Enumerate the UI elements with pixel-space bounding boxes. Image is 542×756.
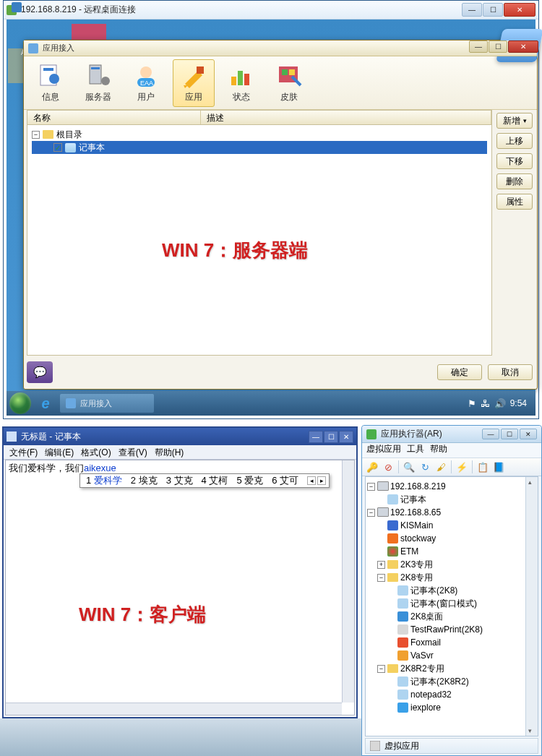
ime-candidate[interactable]: 1 爱科学: [83, 474, 125, 487]
ar-minimize-button[interactable]: —: [482, 429, 499, 439]
menu-view[interactable]: 查看(V): [116, 445, 150, 459]
app-row[interactable]: Foxmail: [367, 636, 536, 649]
ime-candidate-bar[interactable]: 1 爱科学 2 埃克 3 艾克 4 艾柯 5 爱克 6 艾可 ◂ ▸: [79, 473, 330, 488]
collapse-icon[interactable]: −: [377, 665, 385, 673]
tray-network-icon[interactable]: 🖧: [481, 398, 490, 409]
server-icon: [377, 507, 388, 517]
search-icon[interactable]: 🔍: [402, 460, 416, 474]
menu-edit[interactable]: 编辑(E): [42, 445, 77, 459]
move-down-button[interactable]: 下移: [496, 153, 533, 169]
chat-button[interactable]: [27, 361, 53, 383]
toolbar-user[interactable]: EAA 用户: [125, 59, 167, 107]
properties-button[interactable]: 属性: [496, 194, 533, 210]
system-tray[interactable]: ⚑ 🖧 🔊 9:54: [468, 398, 533, 409]
menu-format[interactable]: 格式(O): [78, 445, 113, 459]
collapse-icon[interactable]: −: [367, 509, 375, 517]
rdp-titlebar[interactable]: 192.168.8.219 - 远程桌面连接 — ☐ ✕: [4, 1, 538, 20]
app-row[interactable]: 记事本: [367, 493, 536, 506]
maximize-button[interactable]: ☐: [483, 3, 503, 17]
folder-row[interactable]: −2K8R2专用: [367, 662, 536, 675]
app-row[interactable]: 记事本(窗口模式): [367, 597, 536, 610]
notepad-titlebar[interactable]: 无标题 - 记事本 — ☐ ✕: [4, 428, 356, 445]
tray-flag-icon[interactable]: ⚑: [468, 398, 476, 409]
tree-item-notepad[interactable]: ✓ 记事本: [32, 141, 487, 154]
ime-candidate[interactable]: 2 埃克: [128, 474, 160, 487]
toolbar-skin[interactable]: 皮肤: [268, 59, 310, 107]
key-icon[interactable]: 🔑: [365, 460, 379, 474]
ime-candidate[interactable]: 5 爱克: [233, 474, 266, 487]
expand-icon[interactable]: +: [377, 561, 385, 569]
folder-row[interactable]: +2K3专用: [367, 558, 536, 571]
server-row[interactable]: −192.168.8.65: [367, 506, 536, 519]
ar-menu-help[interactable]: 帮助: [430, 443, 447, 458]
np-maximize-button[interactable]: ☐: [324, 431, 338, 443]
tray-volume-icon[interactable]: 🔊: [494, 398, 506, 409]
ime-prev-icon[interactable]: ◂: [307, 476, 316, 485]
ar-close-button[interactable]: ✕: [520, 429, 537, 439]
ok-button[interactable]: 确定: [437, 364, 482, 380]
block-icon[interactable]: ⊘: [381, 460, 395, 474]
collapse-icon[interactable]: −: [367, 483, 375, 491]
ime-next-icon[interactable]: ▸: [317, 476, 326, 485]
app-row[interactable]: TestRawPrint(2K8): [367, 623, 536, 636]
app-row[interactable]: 记事本(2K8R2): [367, 675, 536, 688]
status-icon: [228, 64, 254, 88]
delete-button[interactable]: 删除: [496, 173, 533, 189]
cancel-button[interactable]: 取消: [488, 364, 533, 380]
app-row[interactable]: ETM: [367, 545, 536, 558]
app-minimize-button[interactable]: —: [469, 40, 488, 53]
folder-row[interactable]: −2K8专用: [367, 571, 536, 584]
svg-rect-2: [49, 74, 59, 84]
np-close-button[interactable]: ✕: [339, 431, 353, 443]
column-desc[interactable]: 描述: [201, 111, 491, 124]
ime-candidate[interactable]: 4 艾柯: [199, 474, 231, 487]
ar-titlebar[interactable]: 应用执行器(AR) — ☐ ✕: [362, 426, 541, 443]
svg-text:EAA: EAA: [140, 80, 153, 87]
app-row[interactable]: notepad32: [367, 688, 536, 701]
ar-menu-tools[interactable]: 工具: [407, 443, 424, 458]
menu-file[interactable]: 文件(F): [7, 445, 40, 459]
tree-root-row[interactable]: − 根目录: [32, 128, 487, 141]
app-row[interactable]: 记事本(2K8): [367, 584, 536, 597]
toolbar-application[interactable]: 应用: [173, 59, 215, 107]
book-icon[interactable]: 📘: [491, 460, 506, 474]
brush-icon[interactable]: 🖌: [434, 460, 448, 474]
ie-icon[interactable]: [35, 393, 56, 413]
toolbar-server[interactable]: 服务器: [77, 59, 119, 107]
clock[interactable]: 9:54: [510, 398, 527, 408]
taskbar-item[interactable]: 应用接入: [60, 394, 154, 413]
move-up-button[interactable]: 上移: [496, 133, 533, 149]
app-row[interactable]: stockway: [367, 532, 536, 545]
collapse-icon[interactable]: −: [377, 574, 385, 582]
start-button[interactable]: [9, 392, 31, 414]
app-row[interactable]: KISMain: [367, 519, 536, 532]
app-row[interactable]: iexplore: [367, 701, 536, 714]
collapse-icon[interactable]: −: [32, 131, 40, 139]
app-row[interactable]: 2K8桌面: [367, 610, 536, 623]
add-button[interactable]: 新增: [496, 113, 533, 129]
column-name[interactable]: 名称: [27, 111, 201, 124]
np-minimize-button[interactable]: —: [309, 431, 323, 443]
refresh-icon[interactable]: ↻: [418, 460, 432, 474]
scrollbar-vertical[interactable]: [525, 477, 538, 736]
notepad-textarea[interactable]: 我们爱科学，我们aikexue 1 爱科学 2 埃克 3 艾克 4 艾柯 5 爱…: [5, 460, 355, 716]
checkbox-icon[interactable]: ✓: [53, 143, 62, 152]
copy-icon[interactable]: 📋: [476, 460, 490, 474]
server-row[interactable]: −192.168.8.219: [367, 480, 536, 493]
ar-maximize-button[interactable]: ☐: [501, 429, 518, 439]
scrollbar-horizontal[interactable]: [6, 703, 342, 715]
bolt-icon[interactable]: ⚡: [455, 460, 469, 474]
menu-help[interactable]: 帮助(H): [152, 445, 187, 459]
app-close-button[interactable]: ✕: [508, 40, 538, 53]
ime-candidate[interactable]: 3 艾克: [163, 474, 196, 487]
ime-candidate[interactable]: 6 艾可: [269, 474, 301, 487]
toolbar-status[interactable]: 状态: [220, 59, 262, 107]
app-maximize-button[interactable]: ☐: [489, 40, 507, 53]
toolbar-info[interactable]: 信息: [30, 59, 72, 107]
close-button[interactable]: ✕: [504, 3, 535, 17]
scrollbar-vertical[interactable]: [342, 460, 354, 703]
app-row[interactable]: VaSvr: [367, 649, 536, 662]
app-titlebar[interactable]: 应用接入 — ☐ ✕: [24, 40, 537, 56]
minimize-button[interactable]: —: [462, 3, 482, 17]
ar-menu-virtual[interactable]: 虚拟应用: [366, 443, 401, 458]
